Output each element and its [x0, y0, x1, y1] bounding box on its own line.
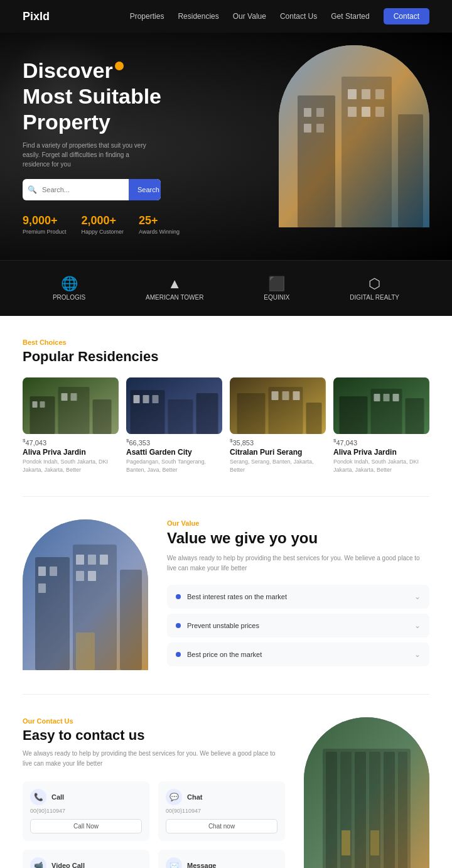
svg-rect-20 [62, 393, 68, 401]
contact-content: Our Contact Us Easy to contact us We alw… [23, 717, 285, 868]
contact-title: Easy to contact us [23, 727, 285, 744]
hero-subtitle: Find a variety of properties that suit y… [23, 141, 148, 169]
svg-rect-18 [33, 401, 38, 408]
value-item-2[interactable]: Best price on the market ⌄ [167, 643, 429, 666]
svg-rect-39 [406, 398, 424, 434]
partners-section: 🌐 PROLOGIS ▲ AMERICAN TOWER ⬛ EQUINIX ⬡ … [0, 260, 452, 316]
svg-rect-32 [306, 403, 322, 434]
property-location-0: Pondok Indah, South Jakarta, DKI Jakarta… [23, 458, 119, 474]
digital-realty-icon: ⬡ [350, 276, 399, 292]
property-image-3 [333, 377, 429, 434]
navbar: PixId Properties Residencies Our Value C… [0, 0, 452, 33]
hero-stats: 9,000+ Premium Product 2,000+ Happy Cust… [23, 214, 429, 235]
svg-rect-51 [88, 555, 96, 565]
svg-rect-19 [40, 401, 45, 408]
call-icon: 📞 [30, 789, 46, 805]
property-location-3: Pondok Indah, South Jakarta, DKI Jakarta… [333, 458, 429, 474]
search-button[interactable]: Search [129, 179, 161, 200]
nav-link-residencies[interactable]: Residencies [178, 12, 218, 21]
svg-rect-28 [153, 395, 159, 403]
nav-link-properties[interactable]: Properties [130, 12, 164, 21]
partner-prologis: 🌐 PROLOGIS [53, 276, 85, 301]
property-card-1[interactable]: $66,353 Asatti Garden City Pagedangan, S… [126, 377, 222, 474]
property-price-1: $66,353 [126, 438, 222, 447]
property-name-3: Aliva Priva Jardin [333, 448, 429, 457]
property-price-2: $35,853 [230, 438, 326, 447]
stat-awards: 25+ Awards Winning [139, 214, 180, 235]
property-location-2: Serang, Serang, Banten, Jakarta, Better [230, 458, 326, 474]
search-bar: 🔍 Search [23, 179, 161, 200]
nav-link-get-started[interactable]: Get Started [331, 12, 369, 21]
value-item-0[interactable]: Best interest rates on the market ⌄ [167, 585, 429, 609]
svg-rect-65 [370, 830, 379, 855]
contact-item-message: ✉️ Message 00(90)110947 Message Now [158, 850, 285, 868]
value-dot-1 [176, 623, 181, 628]
svg-rect-58 [326, 752, 337, 868]
property-image-1 [126, 377, 222, 434]
hero-content: Discover Most Suitable Property Find a v… [23, 58, 429, 235]
svg-rect-63 [398, 752, 407, 868]
contact-item-call: 📞 Call 00(90)110947 Call Now [23, 781, 149, 841]
equinix-icon: ⬛ [264, 276, 289, 292]
svg-rect-21 [71, 393, 77, 401]
partner-digital-realty: ⬡ DIGITAL REALTY [350, 276, 399, 301]
svg-rect-52 [100, 555, 108, 565]
chat-icon: 💬 [166, 789, 182, 805]
svg-rect-50 [76, 555, 84, 565]
chevron-down-icon-0: ⌄ [414, 592, 421, 601]
chevron-down-icon-1: ⌄ [414, 621, 421, 630]
value-tag: Our Value [167, 519, 429, 527]
nav-contact-button[interactable]: Contact [384, 8, 429, 24]
chat-now-button[interactable]: Chat now [166, 819, 277, 833]
chevron-down-icon-2: ⌄ [414, 650, 421, 659]
value-item-label-1: Prevent unstable prices [187, 622, 259, 629]
value-content: Our Value Value we give yo you We always… [167, 519, 429, 671]
property-name-2: Citralan Puri Serang [230, 448, 326, 457]
property-location-1: Pagedangan, South Tangerang, Banten, Jav… [126, 458, 222, 474]
svg-rect-47 [38, 567, 46, 576]
svg-rect-48 [50, 567, 57, 576]
nav-link-contact[interactable]: Contact Us [280, 12, 317, 21]
contact-type-call: Call [51, 793, 64, 801]
prologis-icon: 🌐 [53, 276, 85, 292]
nav-logo: PixId [23, 10, 50, 23]
svg-rect-64 [342, 830, 350, 855]
property-name-1: Asatti Garden City [126, 448, 222, 457]
svg-rect-34 [282, 391, 289, 400]
property-price-3: $47,043 [333, 438, 429, 447]
svg-rect-55 [76, 632, 95, 670]
property-grid: $47,043 Aliva Priva Jardin Pondok Indah,… [23, 377, 429, 474]
partner-american-tower: ▲ AMERICAN TOWER [146, 276, 203, 301]
stat-happy: 2,000+ Happy Customer [82, 214, 124, 235]
svg-rect-49 [38, 583, 46, 593]
svg-rect-25 [196, 393, 218, 434]
search-input[interactable] [42, 186, 129, 193]
svg-rect-46 [120, 570, 142, 670]
svg-rect-17 [93, 399, 112, 434]
svg-rect-62 [384, 752, 395, 868]
contact-property-image [304, 717, 429, 868]
svg-rect-60 [355, 752, 366, 868]
value-section: Our Value Value we give yo you We always… [0, 497, 452, 694]
svg-rect-54 [88, 571, 96, 581]
popular-section: Best Choices Popular Residencies [0, 316, 452, 496]
property-card-0[interactable]: $47,043 Aliva Priva Jardin Pondok Indah,… [23, 377, 119, 474]
value-item-1[interactable]: Prevent unstable prices ⌄ [167, 614, 429, 637]
contact-tag: Our Contact Us [23, 717, 285, 725]
contact-section: Our Contact Us Easy to contact us We alw… [0, 695, 452, 868]
svg-rect-35 [293, 391, 300, 400]
property-name-0: Aliva Priva Jardin [23, 448, 119, 457]
call-now-button[interactable]: Call Now [30, 819, 142, 833]
svg-rect-37 [340, 396, 368, 434]
value-desc: We always ready to help by providing the… [167, 553, 429, 573]
svg-rect-27 [143, 395, 149, 403]
popular-title: Popular Residencies [23, 349, 429, 365]
svg-rect-40 [374, 394, 380, 401]
property-card-3[interactable]: $47,043 Aliva Priva Jardin Pondok Indah,… [333, 377, 429, 474]
partner-equinix: ⬛ EQUINIX [264, 276, 289, 301]
value-item-label-0: Best interest rates on the market [187, 593, 287, 600]
value-image [23, 519, 148, 670]
property-card-2[interactable]: $35,853 Citralan Puri Serang Serang, Ser… [230, 377, 326, 474]
contact-desc: We always ready to help by providing the… [23, 749, 285, 769]
nav-link-our-value[interactable]: Our Value [233, 12, 266, 21]
